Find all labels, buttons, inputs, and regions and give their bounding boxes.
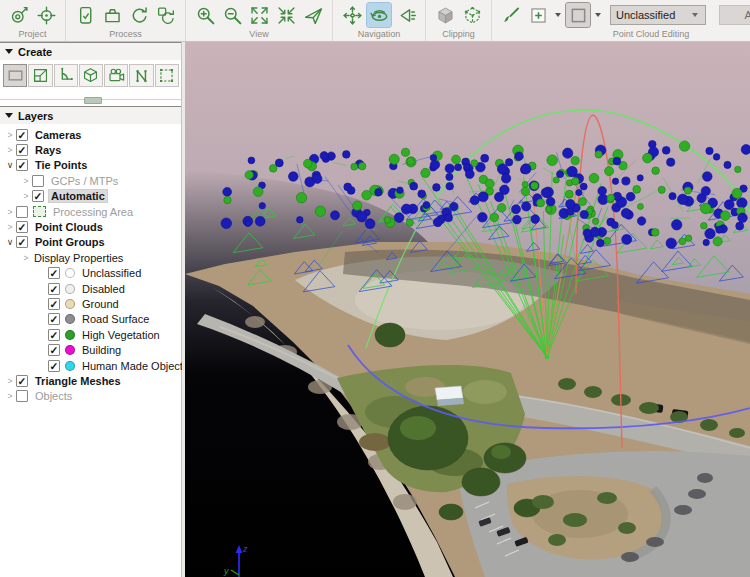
toolbar-group-process: Process [66, 0, 186, 41]
camera-tool-button[interactable] [104, 64, 128, 87]
chevron-collapsed-icon[interactable]: > [4, 375, 16, 387]
chevron-collapsed-icon[interactable]: > [20, 175, 32, 187]
checkbox-point-groups[interactable]: ✓ [16, 236, 28, 248]
tree-item-ground[interactable]: ✓Ground [0, 296, 181, 311]
fly-button[interactable] [301, 3, 325, 27]
selected-tie-point[interactable] [545, 355, 549, 359]
tree-item-processing-area[interactable]: >Processing Area [0, 204, 181, 219]
zoom-out-button[interactable] [220, 3, 244, 27]
checkbox-cameras[interactable]: ✓ [16, 129, 28, 141]
pan-button[interactable] [340, 3, 364, 27]
toolbar-group-label: Point Cloud Editing [499, 29, 750, 40]
clip-box-button[interactable] [433, 3, 457, 27]
create-section-header[interactable]: Create [0, 42, 181, 60]
marquee-tool-button[interactable] [155, 64, 179, 87]
assign-button[interactable]: Assign [719, 5, 750, 25]
plane-tool-button[interactable] [28, 64, 52, 87]
axis-tool-button[interactable] [54, 64, 78, 87]
toolbar-group-navigation: Navigation [333, 0, 426, 41]
box-icon [81, 66, 100, 85]
classification-select[interactable]: Unclassified [610, 5, 706, 25]
chevron-collapsed-icon[interactable]: > [4, 221, 16, 233]
panel-splitter[interactable] [0, 93, 181, 106]
chevron-expanded-icon[interactable]: ∨ [4, 236, 16, 248]
layers-tree: >✓Cameras>✓Rays∨✓Tie Points>GCPs / MTPs>… [0, 124, 181, 404]
viewport-3d[interactable]: z y [185, 42, 750, 577]
toolbox-button[interactable] [100, 3, 124, 27]
scene-svg: z y [185, 42, 750, 577]
tree-item-disabled[interactable]: ✓Disabled [0, 281, 181, 296]
chevron-collapsed-icon[interactable]: > [4, 390, 16, 402]
tree-item-cameras[interactable]: >✓Cameras [0, 127, 181, 142]
color-swatch-road-surface [65, 314, 75, 324]
tree-item-label: Human Made Object [80, 360, 185, 372]
chevron-collapsed-icon[interactable]: > [4, 144, 16, 156]
checkbox-automatic[interactable]: ✓ [32, 190, 44, 202]
tree-item-automatic[interactable]: >✓Automatic [0, 189, 181, 204]
look-around-button[interactable] [394, 3, 418, 27]
rect-selection-button[interactable] [566, 3, 590, 27]
tree-item-human-made-object[interactable]: ✓Human Made Object [0, 358, 181, 373]
project-button[interactable] [7, 3, 31, 27]
tree-item-rays[interactable]: >✓Rays [0, 142, 181, 157]
chevron-collapsed-icon[interactable]: > [20, 252, 32, 264]
checkbox-unclassified[interactable]: ✓ [48, 267, 60, 279]
box-tool-button[interactable] [79, 64, 103, 87]
tree-item-point-groups[interactable]: ∨✓Point Groups [0, 235, 181, 250]
checkbox-processing-area[interactable] [16, 206, 28, 218]
checkbox-building[interactable]: ✓ [48, 344, 60, 356]
orbit-icon [369, 5, 390, 26]
tree-item-triangle-meshes[interactable]: >✓Triangle Meshes [0, 373, 181, 388]
tree-item-label: Rays [33, 144, 63, 156]
camera-icon [107, 66, 126, 85]
checkbox-tie-points[interactable]: ✓ [16, 159, 28, 171]
chevron-down-icon[interactable] [555, 13, 561, 17]
chevron-collapsed-icon[interactable]: > [4, 206, 16, 218]
checkbox-human-made-object[interactable]: ✓ [48, 360, 60, 372]
chevron-collapsed-icon[interactable]: > [4, 129, 16, 141]
submit-refresh-button[interactable] [154, 3, 178, 27]
splitter-grip[interactable] [84, 97, 102, 104]
checkbox-ground[interactable]: ✓ [48, 298, 60, 310]
refresh-button[interactable] [127, 3, 151, 27]
toolbar-group-label: Process [73, 29, 178, 40]
orbit-button[interactable] [367, 3, 391, 27]
tree-item-display-properties[interactable]: >Display Properties [0, 250, 181, 265]
tree-item-point-clouds[interactable]: >✓Point Clouds [0, 219, 181, 234]
task-check-button[interactable] [73, 3, 97, 27]
zoom-extents-button[interactable] [247, 3, 271, 27]
axis-y-label: y [223, 566, 229, 576]
layers-section-header[interactable]: Layers [0, 106, 181, 124]
checkbox-road-surface[interactable]: ✓ [48, 313, 60, 325]
chevron-collapsed-icon[interactable]: > [20, 190, 32, 202]
draw-region-tool-button[interactable] [3, 64, 27, 87]
tree-item-building[interactable]: ✓Building [0, 342, 181, 357]
tree-item-road-surface[interactable]: ✓Road Surface [0, 312, 181, 327]
checkbox-rays[interactable]: ✓ [16, 144, 28, 156]
checkbox-point-clouds[interactable]: ✓ [16, 221, 28, 233]
checkbox-triangle-meshes[interactable]: ✓ [16, 375, 28, 387]
fly-icon [303, 5, 324, 26]
zoom-selection-button[interactable] [274, 3, 298, 27]
add-selection-button[interactable] [526, 3, 550, 27]
chevron-down-icon[interactable] [595, 13, 601, 17]
zoom-in-button[interactable] [193, 3, 217, 27]
toolbar-group-label: Project [7, 29, 58, 40]
look-around-icon [396, 5, 417, 26]
chevron-expanded-icon[interactable]: ∨ [4, 159, 16, 171]
tree-item-label: Triangle Meshes [33, 375, 123, 387]
tree-item-objects[interactable]: >Objects [0, 389, 181, 404]
checkbox-high-vegetation[interactable]: ✓ [48, 329, 60, 341]
brush-button[interactable] [499, 3, 523, 27]
clip-box-edit-button[interactable] [460, 3, 484, 27]
polyline-tool-button[interactable] [129, 64, 153, 87]
target-button[interactable] [34, 3, 58, 27]
tree-item-label: Point Clouds [33, 221, 105, 233]
tree-item-unclassified[interactable]: ✓Unclassified [0, 266, 181, 281]
tree-item-high-vegetation[interactable]: ✓High Vegetation [0, 327, 181, 342]
checkbox-gcps-mtps[interactable] [32, 175, 44, 187]
tree-item-tie-points[interactable]: ∨✓Tie Points [0, 158, 181, 173]
tree-item-gcps-mtps[interactable]: >GCPs / MTPs [0, 173, 181, 188]
checkbox-disabled[interactable]: ✓ [48, 283, 60, 295]
checkbox-objects[interactable] [16, 390, 28, 402]
